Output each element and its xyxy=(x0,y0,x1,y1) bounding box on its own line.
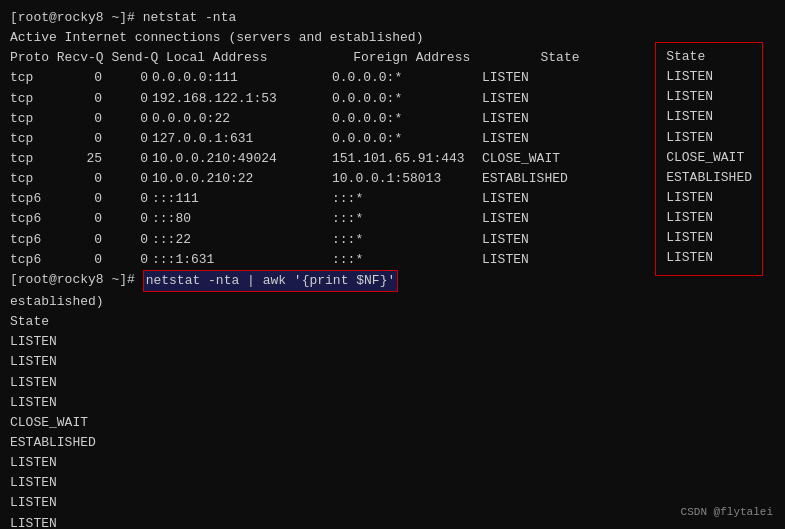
output-listen-5: LISTEN xyxy=(10,453,57,473)
state-box-listen-6: LISTEN xyxy=(666,208,752,228)
state-box-listen-5: LISTEN xyxy=(666,188,752,208)
state-box-listen-8: LISTEN xyxy=(666,248,752,268)
output-line: LISTEN xyxy=(10,493,775,513)
output-line: LISTEN xyxy=(10,453,775,473)
prompt-2: [root@rocky8 ~]# xyxy=(10,270,143,292)
output-line: LISTEN xyxy=(10,514,775,529)
header-text: Proto Recv-Q Send-Q Local Address Foreig… xyxy=(10,48,580,68)
output-line: LISTEN xyxy=(10,352,775,372)
terminal: [root@rocky8 ~]# netstat -nta Active Int… xyxy=(0,0,785,529)
output-listen-8: LISTEN xyxy=(10,514,57,529)
output-listen-1: LISTEN xyxy=(10,332,57,352)
command-line-1: [root@rocky8 ~]# netstat -nta xyxy=(10,8,775,28)
output-line: LISTEN xyxy=(10,332,775,352)
output-established: ESTABLISHED xyxy=(10,433,96,453)
output-listen-4: LISTEN xyxy=(10,393,57,413)
output-listen-6: LISTEN xyxy=(10,473,57,493)
state-box-close-wait: CLOSE_WAIT xyxy=(666,148,752,168)
state-box-listen-1: LISTEN xyxy=(666,67,752,87)
output-state: State xyxy=(10,312,49,332)
output2-header-line: established) xyxy=(10,292,775,312)
state-box-listen-3: LISTEN xyxy=(666,107,752,127)
output-line: LISTEN xyxy=(10,393,775,413)
output-line: CLOSE_WAIT xyxy=(10,413,775,433)
output-line: LISTEN xyxy=(10,373,775,393)
output-listen-3: LISTEN xyxy=(10,373,57,393)
command-2-text: netstat -nta | awk '{print $NF}' xyxy=(143,270,399,292)
output-line: ESTABLISHED xyxy=(10,433,775,453)
state-box-header: State xyxy=(666,47,752,67)
state-box: State LISTEN LISTEN LISTEN LISTEN CLOSE_… xyxy=(655,42,763,276)
prompt-1: [root@rocky8 ~]# xyxy=(10,8,143,28)
state-box-listen-2: LISTEN xyxy=(666,87,752,107)
output2-header-text: established) xyxy=(10,292,104,312)
watermark: CSDN @flytalei xyxy=(681,504,773,521)
active-connections-text: Active Internet connections (servers and… xyxy=(10,28,423,48)
output-close-wait: CLOSE_WAIT xyxy=(10,413,88,433)
state-box-listen-7: LISTEN xyxy=(666,228,752,248)
state-box-listen-4: LISTEN xyxy=(666,128,752,148)
output-listen-2: LISTEN xyxy=(10,352,57,372)
state-box-established: ESTABLISHED xyxy=(666,168,752,188)
command-1-text: netstat -nta xyxy=(143,8,237,28)
output-line: LISTEN xyxy=(10,473,775,493)
output-line: State xyxy=(10,312,775,332)
output-listen-7: LISTEN xyxy=(10,493,57,513)
